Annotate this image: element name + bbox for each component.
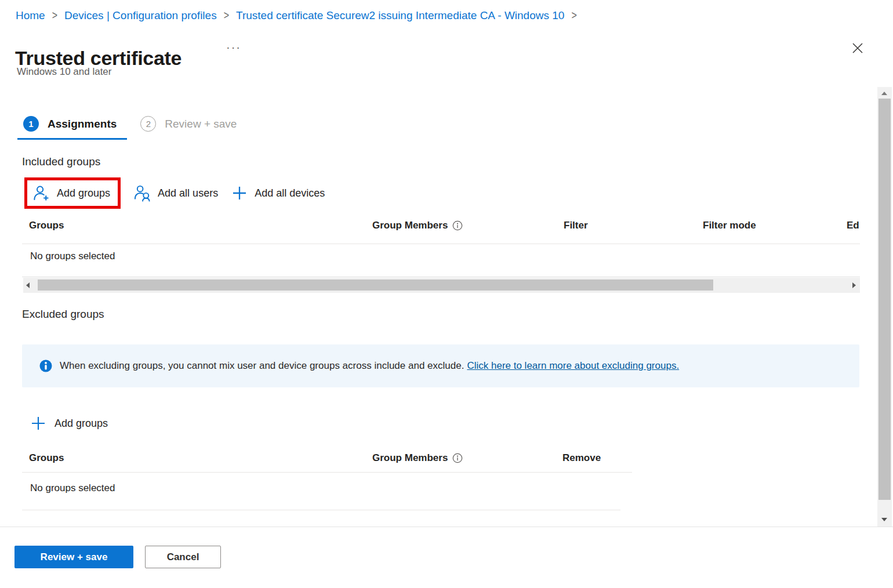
excluded-add-groups-label: Add groups xyxy=(55,418,108,430)
add-all-devices-button[interactable]: Add all devices xyxy=(231,184,325,202)
chevron-right-icon: > xyxy=(224,9,229,23)
footer-divider xyxy=(0,527,893,527)
wizard-steps: 1 Assignments 2 Review + save xyxy=(23,116,237,132)
step-label: Review + save xyxy=(165,118,237,130)
add-groups-button[interactable]: Add groups xyxy=(24,177,121,209)
review-save-button[interactable]: Review + save xyxy=(14,546,133,568)
info-outline-icon[interactable] xyxy=(452,220,463,231)
step-number-badge: 2 xyxy=(140,116,156,132)
table-divider xyxy=(22,244,860,244)
people-icon xyxy=(133,184,151,202)
excluded-add-groups-button[interactable]: Add groups xyxy=(30,415,108,431)
table-divider xyxy=(22,472,632,473)
column-header-groups: Groups xyxy=(29,452,64,464)
column-header-label: Group Members xyxy=(372,220,448,231)
column-header-filter-mode: Filter mode xyxy=(703,220,756,231)
learn-more-link[interactable]: Click here to learn more about excluding… xyxy=(467,360,679,371)
scroll-up-arrow-icon[interactable] xyxy=(881,92,887,95)
tab-assignments[interactable]: 1 Assignments xyxy=(23,116,117,132)
active-tab-underline xyxy=(17,138,127,140)
included-groups-title: Included groups xyxy=(22,155,100,168)
vertical-scrollbar-thumb[interactable] xyxy=(879,99,891,500)
close-icon[interactable] xyxy=(848,38,867,58)
step-number-badge: 1 xyxy=(23,116,39,132)
breadcrumb-config-profiles[interactable]: Devices | Configuration profiles xyxy=(64,9,217,22)
info-banner-message: When excluding groups, you cannot mix us… xyxy=(60,360,464,371)
column-header-edit: Ed xyxy=(847,220,859,231)
included-actions-row: Add groups Add all users Add all devices xyxy=(24,177,325,209)
excluded-empty-row: No groups selected xyxy=(30,482,115,494)
scroll-right-arrow-icon[interactable] xyxy=(852,282,856,288)
horizontal-scrollbar-thumb[interactable] xyxy=(38,280,713,291)
table-divider xyxy=(22,510,620,510)
add-groups-label: Add groups xyxy=(57,187,110,199)
plus-icon xyxy=(30,415,46,431)
person-add-icon xyxy=(32,184,50,202)
add-all-users-label: Add all users xyxy=(158,187,218,199)
plus-icon xyxy=(231,184,248,202)
chevron-right-icon: > xyxy=(571,9,576,23)
breadcrumb: Home > Devices | Configuration profiles … xyxy=(16,9,584,22)
cancel-button[interactable]: Cancel xyxy=(145,546,221,568)
column-header-remove: Remove xyxy=(562,452,601,464)
column-header-label: Group Members xyxy=(372,452,448,464)
tab-review-save[interactable]: 2 Review + save xyxy=(140,116,237,132)
info-outline-icon[interactable] xyxy=(452,453,463,463)
breadcrumb-home[interactable]: Home xyxy=(16,9,45,22)
table-divider xyxy=(22,277,860,277)
horizontal-scrollbar[interactable] xyxy=(23,278,860,293)
column-header-filter: Filter xyxy=(564,220,588,231)
breadcrumb-trusted-certificate[interactable]: Trusted certificate Securew2 issuing Int… xyxy=(236,9,564,22)
included-empty-row: No groups selected xyxy=(30,251,115,262)
step-label: Assignments xyxy=(48,118,117,130)
vertical-scrollbar[interactable] xyxy=(877,87,892,527)
column-header-groups: Groups xyxy=(29,220,64,231)
scroll-down-arrow-icon[interactable] xyxy=(881,518,887,521)
info-icon xyxy=(39,359,53,373)
scroll-left-arrow-icon[interactable] xyxy=(26,282,30,288)
platform-subtitle: Windows 10 and later xyxy=(17,66,111,78)
chevron-right-icon: > xyxy=(52,9,57,23)
column-header-group-members: Group Members xyxy=(372,452,463,464)
add-all-users-button[interactable]: Add all users xyxy=(133,184,218,202)
column-header-group-members: Group Members xyxy=(372,220,463,231)
info-banner-text: When excluding groups, you cannot mix us… xyxy=(60,360,679,372)
excluded-groups-title: Excluded groups xyxy=(22,308,104,321)
info-banner: When excluding groups, you cannot mix us… xyxy=(22,344,859,387)
more-options-icon[interactable]: ··· xyxy=(224,38,244,56)
add-all-devices-label: Add all devices xyxy=(255,187,325,199)
